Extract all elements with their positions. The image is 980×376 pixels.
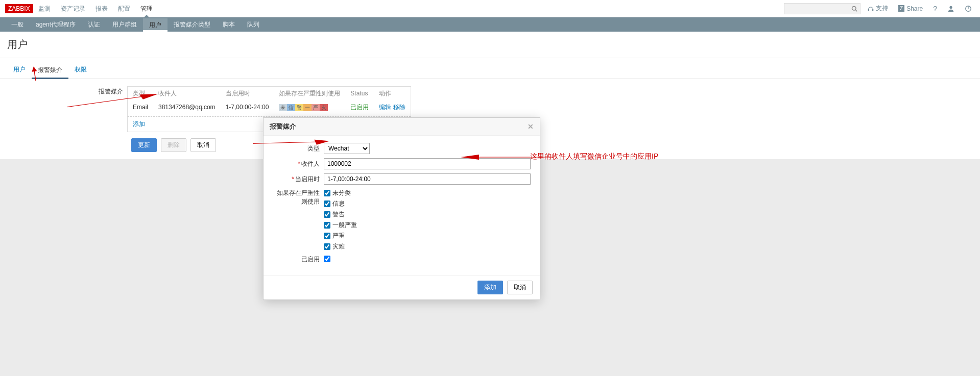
td-when: 1-7,00:00-24:00: [221, 101, 274, 114]
media-row-1: Email 381347268@qq.com 1-7,00:00-24:00 未…: [128, 101, 411, 114]
svg-marker-12: [314, 140, 329, 145]
subnav-proxy[interactable]: agent代理程序: [30, 17, 82, 32]
svg-rect-2: [868, 9, 869, 11]
subnav-mediatypes[interactable]: 报警媒介类型: [168, 17, 217, 32]
type-select[interactable]: Wechat: [324, 143, 370, 154]
page-title: 用户: [0, 32, 980, 58]
modal-title: 报警媒介: [270, 122, 296, 131]
svg-marker-10: [139, 93, 158, 99]
media-label: 报警媒介: [7, 86, 127, 96]
edit-link[interactable]: 编辑: [379, 104, 391, 111]
tabs: 用户 报警媒介 权限: [0, 58, 980, 79]
share-link[interactable]: Z Share: [895, 5, 926, 12]
svg-marker-8: [31, 66, 37, 71]
help-icon[interactable]: ?: [930, 5, 940, 13]
subnav-users[interactable]: 用户: [143, 18, 168, 32]
sev-chip-1: 信: [287, 104, 295, 111]
power-icon[interactable]: [962, 5, 975, 12]
td-severity: 未 信 警 一 严 灾: [274, 101, 345, 114]
th-action: 动作: [374, 87, 410, 101]
svg-marker-14: [461, 155, 479, 159]
update-button[interactable]: 更新: [131, 138, 157, 152]
sev-chip-2: 警: [295, 104, 303, 111]
svg-line-1: [855, 10, 857, 11]
nav-reports[interactable]: 报表: [90, 0, 113, 17]
th-severity: 如果存在严重性则使用: [274, 87, 345, 101]
annotation-arrow-1: [29, 66, 41, 82]
search-wrap: [784, 3, 861, 14]
subnav-usergroups[interactable]: 用户群组: [106, 17, 143, 32]
sev-chip-0: 未: [279, 104, 287, 111]
svg-line-11: [253, 139, 319, 146]
td-recipient: 381347268@qq.com: [153, 101, 221, 114]
annotation-text: 这里的收件人填写微信企业号中的应用IP: [530, 152, 658, 159]
th-recipient: 收件人: [153, 87, 221, 101]
subnav-auth[interactable]: 认证: [82, 17, 106, 32]
nav-config[interactable]: 配置: [113, 0, 135, 17]
modal-header: 报警媒介 ✕: [264, 118, 540, 136]
cancel-button[interactable]: 取消: [190, 138, 216, 152]
tab-user[interactable]: 用户: [7, 62, 32, 79]
svg-point-0: [852, 6, 856, 10]
sub-nav: 一般 agent代理程序 认证 用户群组 用户 报警媒介类型 脚本 队列: [0, 17, 980, 32]
search-input[interactable]: [784, 3, 861, 14]
support-link[interactable]: 支持: [865, 4, 891, 13]
subnav-queue[interactable]: 队列: [241, 17, 266, 32]
nav-inventory[interactable]: 资产记录: [56, 0, 90, 17]
svg-point-4: [949, 6, 952, 8]
td-status: 已启用: [345, 101, 374, 114]
svg-rect-3: [872, 9, 873, 11]
logo: ZABBIX: [5, 4, 33, 13]
user-icon[interactable]: [944, 5, 958, 12]
top-right: 支持 Z Share ?: [784, 3, 975, 14]
top-bar: ZABBIX 监测 资产记录 报表 配置 管理 支持 Z Share ?: [0, 0, 980, 17]
nav-monitoring[interactable]: 监测: [33, 0, 56, 17]
top-nav: 监测 资产记录 报表 配置 管理: [33, 0, 784, 17]
tab-permissions[interactable]: 权限: [68, 62, 93, 79]
th-status: Status: [345, 87, 374, 101]
delete-button: 删除: [161, 138, 186, 152]
search-icon[interactable]: [851, 6, 857, 12]
sev-chip-5: 灾: [320, 104, 328, 111]
remove-link[interactable]: 移除: [393, 104, 405, 111]
subnav-scripts[interactable]: 脚本: [217, 17, 241, 32]
td-action: 编辑 移除: [374, 101, 410, 114]
th-when: 当启用时: [221, 87, 274, 101]
sev-chip-4: 严: [312, 104, 320, 111]
close-icon[interactable]: ✕: [528, 122, 534, 131]
add-media-link[interactable]: 添加: [133, 120, 145, 128]
nav-admin[interactable]: 管理: [135, 0, 158, 17]
subnav-general[interactable]: 一般: [5, 17, 30, 32]
sev-chip-3: 一: [303, 104, 312, 111]
